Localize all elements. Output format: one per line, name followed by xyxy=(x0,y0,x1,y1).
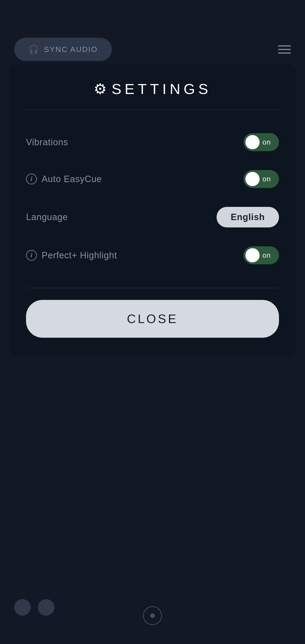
vibrations-label: Vibrations xyxy=(26,137,68,147)
menu-line-3 xyxy=(278,52,291,54)
bottom-nav-icon xyxy=(143,606,162,625)
settings-rows: Vibrations on i Auto EasyCue on Language xyxy=(26,124,279,274)
perfect-highlight-label-group: i Perfect+ Highlight xyxy=(26,250,117,261)
close-section: CLOSE xyxy=(26,288,279,338)
gear-icon: ⚙ xyxy=(94,80,107,98)
menu-icon[interactable] xyxy=(278,45,291,54)
headphone-icon: 🎧 xyxy=(28,44,40,54)
top-bar: 🎧 SYNC AUDIO xyxy=(0,38,305,61)
settings-title: SETTINGS xyxy=(112,80,211,97)
auto-easy-cue-row: i Auto EasyCue on xyxy=(26,160,279,198)
sync-audio-button[interactable]: 🎧 SYNC AUDIO xyxy=(14,38,112,61)
language-label-group: Language xyxy=(26,212,68,222)
language-button[interactable]: English xyxy=(217,207,279,228)
perfect-highlight-toggle[interactable]: on xyxy=(243,246,279,264)
vibrations-toggle-knob xyxy=(245,135,260,149)
vibrations-row: Vibrations on xyxy=(26,124,279,160)
auto-easy-cue-toggle[interactable]: on xyxy=(243,170,279,188)
sync-audio-label: SYNC AUDIO xyxy=(44,45,98,54)
perfect-highlight-row: i Perfect+ Highlight on xyxy=(26,237,279,274)
vibrations-toggle-label: on xyxy=(262,138,271,146)
perfect-highlight-info-icon[interactable]: i xyxy=(26,250,37,261)
top-divider xyxy=(26,109,279,110)
language-row: Language English xyxy=(26,198,279,237)
settings-modal: ⚙ SETTINGS Vibrations on i Auto EasyCue … xyxy=(10,64,295,356)
vibrations-toggle[interactable]: on xyxy=(243,133,279,151)
close-button[interactable]: CLOSE xyxy=(26,300,279,338)
perfect-highlight-toggle-knob xyxy=(245,248,260,262)
auto-easy-cue-toggle-knob xyxy=(245,172,260,186)
auto-easy-cue-label: Auto EasyCue xyxy=(42,174,102,184)
vibrations-label-group: Vibrations xyxy=(26,137,68,147)
menu-line-1 xyxy=(278,45,291,46)
auto-easy-cue-label-group: i Auto EasyCue xyxy=(26,174,102,184)
auto-easy-cue-toggle-label: on xyxy=(262,175,271,183)
menu-line-2 xyxy=(278,49,291,50)
bottom-nav-dot xyxy=(150,613,155,618)
bottom-nav xyxy=(0,606,305,625)
auto-easy-cue-info-icon[interactable]: i xyxy=(26,174,37,184)
settings-header: ⚙ SETTINGS xyxy=(26,80,279,98)
language-label: Language xyxy=(26,212,68,222)
perfect-highlight-toggle-label: on xyxy=(262,251,271,259)
perfect-highlight-label: Perfect+ Highlight xyxy=(42,250,117,260)
